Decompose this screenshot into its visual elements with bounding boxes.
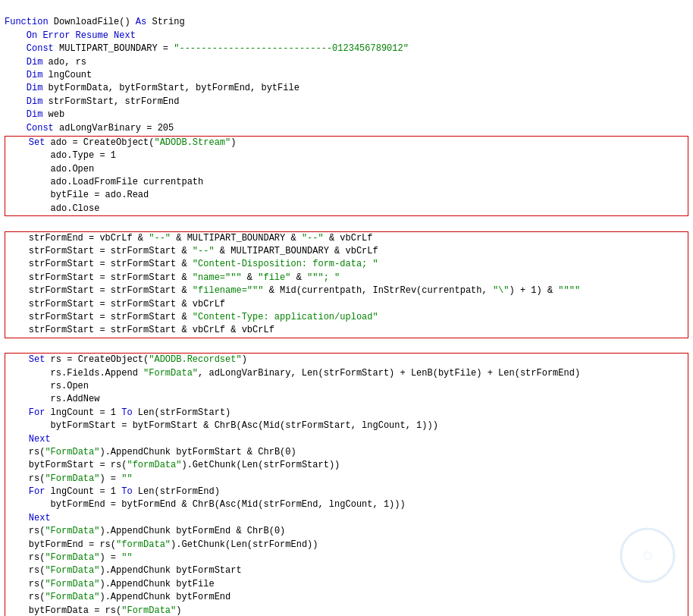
block-1: Set ado = CreateObject("ADODB.Stream") a… [5,136,688,216]
line-9: Const adLongVarBinary = 205 [5,123,174,134]
line-6: Dim bytFormData, bytFormStart, bytFormEn… [5,83,299,93]
line-5: Dim lngCount [5,70,92,80]
watermark: ⬡ [617,525,678,586]
line-8: Dim web [5,109,64,120]
line-4: Dim ado, rs [5,57,86,68]
line-7: Dim strFormStart, strFormEnd [5,96,179,107]
svg-text:⬡: ⬡ [643,550,652,562]
block-2: strFormEnd = vbCrLf & "--" & MULTIPART_B… [5,231,688,338]
code-editor: Function DownloadFile() As String On Err… [0,0,693,616]
line-1: Function DownloadFile() As String [5,17,185,27]
block-3: Set rs = CreateObject("ADODB.Recordset")… [5,353,688,616]
line-2: On Error Resume Next [5,30,136,41]
line-3: Const MULTIPART_BOUNDARY = "------------… [5,43,409,54]
